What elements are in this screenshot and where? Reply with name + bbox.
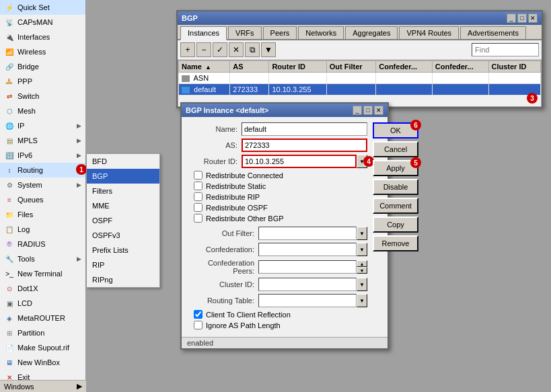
bgp-close-button[interactable]: ✕	[528, 13, 538, 23]
sidebar-item-log[interactable]: 📋 Log	[0, 222, 85, 237]
sidebar-item-wireless[interactable]: 📶 Wireless	[0, 44, 85, 59]
sidebar-item-tools[interactable]: 🔧 Tools ▶	[0, 251, 85, 266]
col-cluster-id[interactable]: Cluster ID	[488, 61, 541, 73]
redist-rip-checkbox[interactable]	[194, 192, 203, 201]
table-row[interactable]: default 272333 10.10.3.255	[179, 84, 541, 95]
routing-table-dropdown-button[interactable]: ▼	[357, 294, 367, 307]
instance-minimize-button[interactable]: _	[353, 106, 362, 115]
apply-button[interactable]: Apply 5	[373, 160, 418, 176]
check-button[interactable]: ✓	[213, 42, 227, 57]
sidebar-item-ipv6[interactable]: 🔢 IPv6 ▶	[0, 148, 85, 163]
routing-table-input[interactable]	[258, 294, 357, 307]
submenu-item-filters[interactable]: Filters	[87, 184, 159, 198]
sidebar-item-bridge[interactable]: 🔗 Bridge	[0, 59, 85, 74]
copy-button[interactable]: ⧉	[245, 42, 260, 57]
comment-button[interactable]: Comment	[373, 198, 418, 214]
sidebar-item-system[interactable]: ⚙ System ▶	[0, 178, 85, 192]
tab-networks[interactable]: Networks	[298, 26, 344, 39]
sidebar-item-quick-set[interactable]: ⚡ Quick Set	[0, 0, 85, 15]
remove-button[interactable]: −	[196, 42, 211, 57]
ignore-as-path-checkbox[interactable]	[194, 321, 203, 329]
tab-advertisements[interactable]: Advertisements	[460, 26, 526, 39]
router-id-input[interactable]	[242, 155, 357, 168]
sidebar-item-ppp[interactable]: 🖧 PPP	[0, 74, 85, 89]
redist-connected-checkbox[interactable]	[194, 171, 203, 180]
instance-close-button[interactable]: ✕	[374, 106, 383, 115]
ok-button[interactable]: OK 6	[373, 122, 418, 139]
col-name[interactable]: Name ▲	[179, 61, 230, 73]
sidebar-item-partition[interactable]: ⊞ Partition	[0, 325, 85, 340]
submenu-item-ospf[interactable]: OSPF	[87, 213, 159, 228]
col-confeder2[interactable]: Confeder...	[432, 61, 488, 73]
confederation-peers-input[interactable]	[258, 260, 357, 274]
client-reflection-checkbox[interactable]	[194, 310, 203, 319]
out-filter-input[interactable]	[258, 227, 357, 240]
tab-vpn4-routes[interactable]: VPN4 Routes	[399, 26, 459, 39]
submenu-item-ripng[interactable]: RIPng	[87, 272, 159, 287]
sidebar-item-new-winbox[interactable]: 🖥 New WinBox	[0, 355, 85, 370]
col-as[interactable]: AS	[230, 61, 269, 73]
sidebar-item-metarouter[interactable]: ◈ MetaROUTER	[0, 311, 85, 325]
sidebar-item-switch[interactable]: ⇄ Switch	[0, 89, 85, 104]
sidebar-item-lcd[interactable]: ▣ LCD	[0, 296, 85, 311]
remove-dialog-button[interactable]: Remove	[373, 235, 418, 251]
disable-button[interactable]: Disable	[373, 179, 418, 195]
sidebar-item-mesh[interactable]: ⬡ Mesh	[0, 104, 85, 118]
sidebar-label-files: Files	[17, 210, 33, 219]
log-icon: 📋	[4, 224, 15, 235]
sidebar-item-new-terminal[interactable]: >_ New Terminal	[0, 266, 85, 281]
confederation-dropdown-button[interactable]: ▼	[357, 243, 367, 256]
sidebar-label-bridge: Bridge	[17, 63, 39, 71]
tab-peers[interactable]: Peers	[263, 26, 297, 39]
tab-aggregates[interactable]: Aggregates	[345, 26, 398, 39]
sidebar-item-dot1x[interactable]: ⊙ Dot1X	[0, 281, 85, 296]
sidebar-item-queues[interactable]: ≡ Queues	[0, 192, 85, 207]
bgp-maximize-button[interactable]: □	[517, 13, 527, 23]
bgp-minimize-button[interactable]: _	[507, 13, 516, 23]
redist-ospf-checkbox[interactable]	[194, 203, 203, 212]
sidebar-item-ip[interactable]: 🌐 IP ▶	[0, 118, 85, 133]
name-input[interactable]	[242, 122, 367, 136]
sidebar-item-files[interactable]: 📁 Files	[0, 207, 85, 222]
sidebar-item-capsman[interactable]: 📡 CAPsMAN	[0, 15, 85, 30]
copy-dialog-button[interactable]: Copy	[373, 217, 418, 233]
as-input[interactable]	[242, 139, 367, 152]
sidebar-item-mpls[interactable]: ▤ MPLS ▶	[0, 133, 85, 148]
confederation-input[interactable]	[258, 243, 357, 256]
sidebar-item-make-supout[interactable]: 📄 Make Supout.rif	[0, 340, 85, 355]
filter-button[interactable]: ▼	[261, 42, 276, 57]
search-input[interactable]	[472, 43, 539, 56]
out-filter-dropdown-button[interactable]: ▼	[357, 227, 367, 240]
redist-static-checkbox[interactable]	[194, 182, 203, 190]
tab-instances[interactable]: Instances	[180, 26, 227, 40]
instance-maximize-button[interactable]: □	[363, 106, 373, 115]
col-router-id[interactable]: Router ID	[269, 61, 326, 73]
confederation-peers-down-button[interactable]: ▼	[357, 267, 367, 274]
sidebar-item-radius[interactable]: ® RADIUS	[0, 237, 85, 251]
add-button[interactable]: +	[180, 42, 195, 57]
cross-button[interactable]: ✕	[229, 42, 244, 57]
windows-bar[interactable]: Windows ▶	[0, 380, 86, 392]
submenu-item-bfd[interactable]: BFD	[87, 154, 159, 169]
system-arrow-icon: ▶	[77, 182, 81, 188]
name-row: Name:	[187, 122, 367, 136]
redist-other-bgp-checkbox[interactable]	[194, 214, 203, 223]
submenu-item-prefix-lists[interactable]: Prefix Lists	[87, 243, 159, 258]
col-confeder1[interactable]: Confeder...	[376, 61, 433, 73]
submenu-item-rip[interactable]: RIP	[87, 258, 159, 272]
sidebar-item-interfaces[interactable]: 🔌 Interfaces	[0, 30, 85, 44]
col-out-filter[interactable]: Out Filter	[326, 61, 376, 73]
confederation-peers-up-button[interactable]: ▲	[357, 260, 367, 267]
tab-instances-label: Instances	[188, 29, 219, 37]
rip-label: RIP	[92, 261, 104, 269]
submenu-item-ospfv3[interactable]: OSPFv3	[87, 228, 159, 243]
tab-vrfs[interactable]: VRFs	[228, 26, 262, 39]
cancel-button[interactable]: Cancel	[373, 141, 418, 157]
client-reflection-row: Client To Client Reflection	[187, 310, 367, 319]
submenu-item-bgp[interactable]: BGP	[87, 169, 159, 184]
table-row[interactable]: ASN	[179, 73, 541, 84]
submenu-item-mme[interactable]: MME	[87, 198, 159, 213]
sidebar-item-routing[interactable]: ↕ Routing ▶ 1	[0, 163, 85, 178]
cluster-id-input[interactable]	[258, 278, 357, 291]
cluster-id-dropdown-button[interactable]: ▼	[357, 278, 367, 291]
